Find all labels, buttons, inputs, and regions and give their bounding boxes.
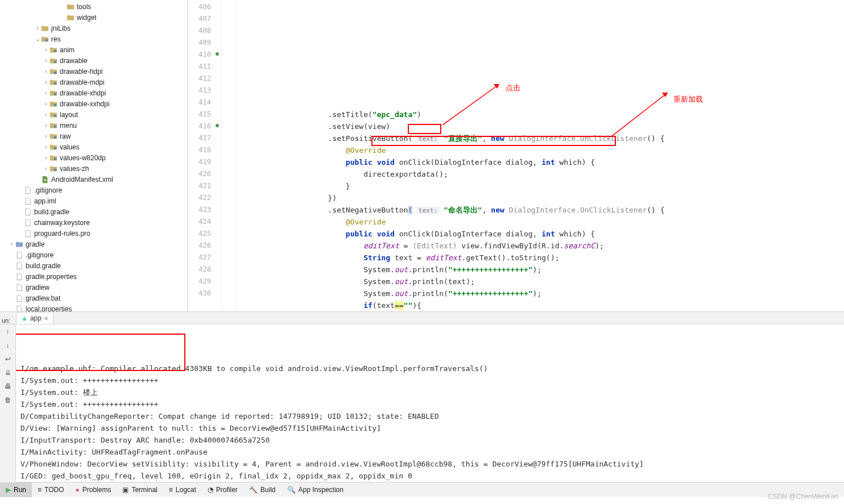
- tree-item[interactable]: proguard-rules.pro: [0, 228, 187, 239]
- trash-icon[interactable]: 🗑: [3, 395, 13, 405]
- tree-item[interactable]: ›values: [0, 141, 187, 152]
- chevron-icon: ⌄: [34, 36, 41, 42]
- tree-item[interactable]: .gitignore: [0, 249, 187, 260]
- tree-label: build.gradle: [34, 208, 69, 216]
- chevron-icon: ›: [43, 79, 49, 85]
- code-line[interactable]: System.out.println("+++++++++++++++++");: [237, 264, 844, 276]
- annotation-click: 点击: [506, 82, 520, 94]
- project-tree[interactable]: toolswidget›jniLibs⌄res›anim›drawable›dr…: [0, 0, 188, 311]
- tree-label: values-w820dp: [60, 154, 106, 162]
- bottom-tab-todo[interactable]: ≡TODO: [32, 482, 69, 497]
- code-line[interactable]: @Override: [237, 216, 844, 228]
- bottom-tab-label: Profiler: [216, 486, 238, 494]
- folder-res-icon: [49, 165, 57, 173]
- run-tab-app[interactable]: ▲ app ✕: [16, 312, 53, 324]
- code-editor[interactable]: 4064074084094104114124134144154164174184…: [188, 0, 844, 311]
- tree-item[interactable]: ›values-w820dp: [0, 152, 187, 163]
- bottom-tab-run[interactable]: ▶ Run: [0, 482, 32, 497]
- code-line[interactable]: System.out.println("+++++++++++++++++");: [237, 288, 844, 299]
- tree-item[interactable]: ⌄res: [0, 34, 187, 44]
- tree-label: local.properties: [26, 305, 72, 312]
- tree-item[interactable]: ›drawable: [0, 55, 187, 66]
- code-line[interactable]: editText = (EditText) view.findViewById(…: [237, 240, 844, 252]
- run-tabs: ▲ app ✕: [0, 312, 844, 324]
- print-icon[interactable]: 🖶: [3, 381, 13, 391]
- tree-item[interactable]: app.iml: [0, 195, 187, 206]
- key-icon: [24, 219, 32, 227]
- bottom-tab-build[interactable]: 🔨Build: [243, 482, 282, 497]
- line-number: 419: [188, 156, 221, 168]
- tree-label: gradlew.bat: [26, 294, 60, 302]
- line-number: 410: [188, 49, 221, 61]
- bug-icon: ●: [75, 486, 79, 494]
- tree-item[interactable]: ›gradle: [0, 239, 187, 249]
- tree-item[interactable]: ›drawable-xxhdpi: [0, 98, 187, 109]
- run-panel: ▲ app ✕ un: ↑ ↓ ↩ ⇊ 🖶 🗑 I/om.example.uhf…: [0, 311, 844, 482]
- tree-item[interactable]: .gitignore: [0, 185, 187, 195]
- code-line[interactable]: System.out.println(text);: [237, 276, 844, 288]
- console-line: D/View: [Warning] assignParent to null: …: [20, 422, 839, 434]
- code-line[interactable]: @Override: [237, 144, 844, 156]
- tree-item[interactable]: gradlew.bat: [0, 293, 187, 303]
- tree-item[interactable]: ›jniLibs: [0, 23, 187, 34]
- tree-item[interactable]: ›anim: [0, 44, 187, 55]
- code-line[interactable]: }): [237, 192, 844, 204]
- svg-rect-1: [54, 50, 56, 52]
- bottom-tab-logcat[interactable]: ≡Logcat: [163, 482, 202, 497]
- down-arrow-icon[interactable]: ↓: [3, 340, 13, 351]
- tree-item[interactable]: ›raw: [0, 131, 187, 141]
- scroll-icon[interactable]: ⇊: [3, 368, 13, 378]
- watermark: CSDN @ChenWenKen: [768, 493, 838, 501]
- code-line[interactable]: public void onClick(DialogInterface dial…: [237, 228, 844, 240]
- code-line[interactable]: if(text==""){: [237, 299, 844, 311]
- folder-res-icon: [49, 111, 57, 119]
- code-line[interactable]: public void onClick(DialogInterface dial…: [237, 156, 844, 168]
- code-line[interactable]: }: [237, 180, 844, 192]
- tree-item[interactable]: ›drawable-xhdpi: [0, 88, 187, 98]
- up-arrow-icon[interactable]: ↑: [3, 327, 13, 337]
- code-line[interactable]: .setPositiveButton( text: "直接导出", new Di…: [237, 132, 844, 144]
- line-number: 408: [188, 25, 221, 37]
- bottom-tab-label: Logcat: [176, 486, 196, 494]
- terminal-icon: ▣: [122, 486, 129, 494]
- svg-rect-8: [54, 126, 56, 128]
- bottom-tab-app-inspection[interactable]: 🔍App Inspection: [282, 482, 349, 497]
- svg-rect-0: [45, 39, 48, 41]
- tree-item[interactable]: build.gradle: [0, 206, 187, 217]
- bottom-tab-profiler[interactable]: ◔Profiler: [202, 482, 243, 497]
- run-console[interactable]: I/om.example.uhf: Compiler allocated 430…: [16, 324, 844, 484]
- tree-item[interactable]: tools: [0, 1, 187, 12]
- code-line[interactable]: .setView(view): [237, 120, 844, 132]
- svg-rect-9: [54, 136, 56, 139]
- folder-res-icon: [49, 122, 57, 130]
- tree-item[interactable]: gradlew: [0, 282, 187, 293]
- run-tab-label: app: [30, 314, 42, 322]
- bottom-tab-label: Terminal: [131, 486, 157, 494]
- tree-item[interactable]: local.properties: [0, 303, 187, 311]
- chevron-icon: ›: [43, 68, 49, 74]
- tree-item[interactable]: ›drawable-mdpi: [0, 77, 187, 88]
- close-icon[interactable]: ✕: [44, 315, 48, 322]
- tree-item[interactable]: MAndroidManifest.xml: [0, 174, 187, 185]
- tree-label: tools: [77, 3, 91, 11]
- chevron-icon: ›: [43, 90, 49, 96]
- tree-item[interactable]: gradle.properties: [0, 271, 187, 282]
- line-number: 418: [188, 144, 221, 156]
- tree-item[interactable]: ›drawable-hdpi: [0, 66, 187, 77]
- tree-item[interactable]: ›menu: [0, 120, 187, 131]
- line-number: 424: [188, 216, 221, 228]
- bottom-tab-problems[interactable]: ●Problems: [69, 482, 117, 497]
- code-line[interactable]: .setTitle("epc_data"): [237, 109, 844, 120]
- tree-item[interactable]: ›layout: [0, 109, 187, 120]
- bottom-tab-terminal[interactable]: ▣Terminal: [117, 482, 163, 497]
- tree-item[interactable]: ›values-zh: [0, 163, 187, 174]
- line-number: 420: [188, 168, 221, 180]
- code-line[interactable]: directexportdata();: [237, 168, 844, 180]
- git-icon: [24, 186, 32, 194]
- tree-item[interactable]: widget: [0, 12, 187, 23]
- code-line[interactable]: .setNegativeButton( text: "命名导出", new Di…: [237, 204, 844, 216]
- tree-item[interactable]: build.gradle: [0, 260, 187, 271]
- tree-item[interactable]: chainway.keystore: [0, 217, 187, 228]
- wrap-icon[interactable]: ↩: [3, 354, 13, 364]
- code-line[interactable]: String text = editText.getText().toStrin…: [237, 252, 844, 264]
